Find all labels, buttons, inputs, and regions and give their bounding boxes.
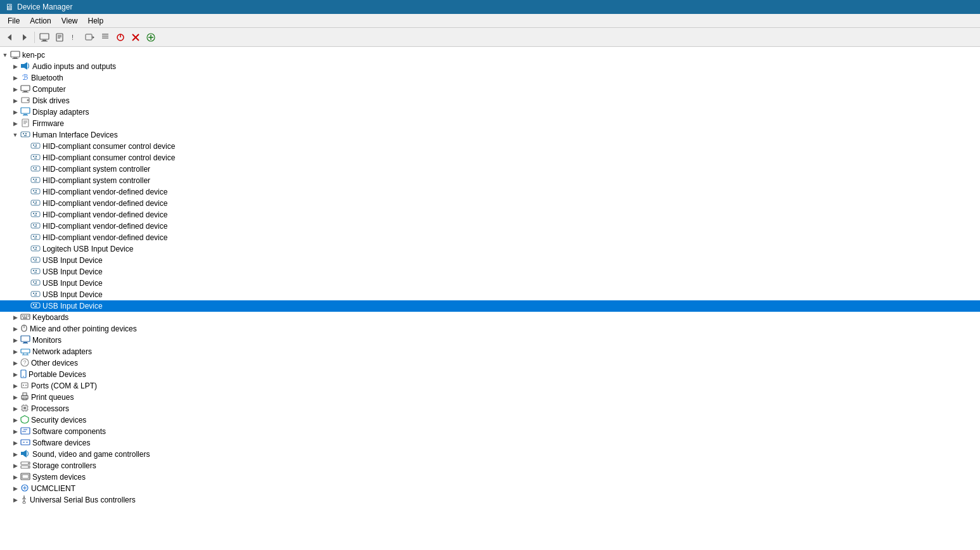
- bluetooth-expander[interactable]: ▶: [10, 73, 20, 83]
- computer-button[interactable]: [37, 30, 51, 44]
- tree-disk[interactable]: ▶ Disk drives: [0, 95, 980, 106]
- sysdevices-expander[interactable]: ▶: [10, 472, 20, 482]
- forward-button[interactable]: [18, 30, 32, 44]
- svg-rect-130: [23, 407, 26, 409]
- sound-label: Sound, video and game controllers: [32, 450, 150, 459]
- tree-softwarecomp[interactable]: ▶ Software components: [0, 426, 980, 437]
- tree-security[interactable]: ▶ Security devices: [0, 414, 980, 426]
- other-label: Other devices: [31, 359, 78, 368]
- tree-ucm[interactable]: ▶ UCMCLIENT: [0, 483, 980, 494]
- disk-expander[interactable]: ▶: [10, 96, 20, 106]
- ports-expander[interactable]: ▶: [10, 381, 20, 391]
- network-expander[interactable]: ▶: [10, 347, 20, 357]
- tree-hid[interactable]: ▼ Human Interface Devices: [0, 129, 980, 141]
- back-button[interactable]: [3, 30, 16, 44]
- hid-child-label: USB Input Device: [42, 256, 103, 265]
- computer-expander[interactable]: ▶: [10, 84, 20, 94]
- disable-button[interactable]: [129, 30, 143, 44]
- hid-child-system1[interactable]: ▶ HID-compliant system controller: [0, 163, 980, 175]
- svg-rect-113: [23, 342, 27, 343]
- tree-monitors[interactable]: ▶ Monitors: [0, 335, 980, 346]
- firmware-expander[interactable]: ▶: [10, 118, 20, 129]
- other-expander[interactable]: ▶: [10, 358, 20, 368]
- hid-child-consumer2[interactable]: ▶ HID-compliant consumer control device: [0, 152, 980, 163]
- svg-marker-146: [23, 450, 27, 457]
- keyboards-expander[interactable]: ▶: [10, 312, 20, 323]
- monitors-expander[interactable]: ▶: [10, 335, 20, 345]
- tree-display[interactable]: ▶ Display adapters: [0, 106, 980, 118]
- display-expander[interactable]: ▶: [10, 107, 20, 117]
- tree-mice[interactable]: ▶ Mice and other pointing devices: [0, 323, 980, 335]
- menu-view[interactable]: View: [56, 15, 83, 27]
- softwaredev-expander[interactable]: ▶: [10, 438, 20, 448]
- usb-label: Universal Serial Bus controllers: [30, 496, 136, 504]
- hid-child-consumer1[interactable]: ▶ HID-compliant consumer control device: [0, 141, 980, 152]
- tree-bluetooth[interactable]: ▶ ℬ Bluetooth: [0, 72, 980, 84]
- hid-child-vendor5[interactable]: ▶ HID-compliant vendor-defined device: [0, 232, 980, 243]
- hid-child-usb3[interactable]: ▶ USB Input Device: [0, 278, 980, 289]
- tree-sound[interactable]: ▶ Sound, video and game controllers: [0, 449, 980, 460]
- security-expander[interactable]: ▶: [10, 415, 20, 425]
- processors-expander[interactable]: ▶: [10, 404, 20, 414]
- tree-keyboards[interactable]: ▶ Keyboards: [0, 312, 980, 323]
- properties-button[interactable]: [53, 30, 67, 44]
- svg-text:!: !: [72, 34, 74, 41]
- tree-portable[interactable]: ▶ Portable Devices: [0, 369, 980, 380]
- hid-child-vendor1[interactable]: ▶ HID-compliant vendor-defined device: [0, 186, 980, 198]
- tree-network[interactable]: ▶ Network adapters: [0, 346, 980, 357]
- hid-child-system2[interactable]: ▶ HID-compliant system controller: [0, 175, 980, 186]
- storage-expander[interactable]: ▶: [10, 461, 20, 471]
- tree-storage[interactable]: ▶ Storage controllers: [0, 460, 980, 471]
- svg-rect-83: [34, 249, 37, 250]
- hid-child-icon: [30, 176, 41, 186]
- mice-expander[interactable]: ▶: [10, 324, 20, 334]
- svg-rect-103: [34, 306, 37, 307]
- hid-child-usb2[interactable]: ▶ USB Input Device: [0, 266, 980, 278]
- softwarecomp-expander[interactable]: ▶: [10, 426, 20, 437]
- refresh-button[interactable]: [113, 30, 127, 44]
- tree-computer[interactable]: ▶ Computer: [0, 84, 980, 95]
- tree-print[interactable]: ▶ Print queues: [0, 392, 980, 403]
- sound-expander[interactable]: ▶: [10, 449, 20, 459]
- update-button[interactable]: !: [68, 30, 82, 44]
- title-bar-label: Device Manager: [17, 3, 72, 11]
- hid-child-usb1[interactable]: ▶ USB Input Device: [0, 255, 980, 266]
- hid-child-vendor3[interactable]: ▶ HID-compliant vendor-defined device: [0, 209, 980, 221]
- tree-usb[interactable]: ▶ Universal Serial Bus controllers: [0, 494, 980, 506]
- hid-child-label: HID-compliant vendor-defined device: [42, 188, 167, 196]
- svg-marker-1: [23, 34, 27, 41]
- hid-child-vendor2[interactable]: ▶ HID-compliant vendor-defined device: [0, 198, 980, 209]
- rollback-button[interactable]: [83, 30, 97, 44]
- portable-expander[interactable]: ▶: [10, 369, 20, 380]
- hid-expander[interactable]: ▼: [10, 130, 20, 140]
- audio-expander[interactable]: ▶: [10, 61, 20, 72]
- tree-audio[interactable]: ▶ Audio inputs and outputs: [0, 61, 980, 72]
- usb-expander[interactable]: ▶: [10, 495, 20, 505]
- menu-file[interactable]: File: [3, 15, 25, 27]
- storage-icon: [20, 461, 30, 471]
- svg-rect-112: [21, 336, 30, 342]
- tree-other[interactable]: ▶ ? Other devices: [0, 357, 980, 369]
- hid-child-usb5[interactable]: ▶ USB Input Device: [0, 300, 980, 312]
- print-expander[interactable]: ▶: [10, 392, 20, 402]
- svg-point-159: [23, 501, 25, 504]
- tree-softwaredev[interactable]: ▶ Software devices: [0, 437, 980, 449]
- tree-processors[interactable]: ▶ Processors: [0, 403, 980, 414]
- ucm-expander[interactable]: ▶: [10, 483, 20, 494]
- hid-child-usb4[interactable]: ▶ USB Input Device: [0, 289, 980, 300]
- collapse-button[interactable]: [98, 30, 112, 44]
- tree-ports[interactable]: ▶ Ports (COM & LPT): [0, 380, 980, 392]
- hid-child-label: HID-compliant consumer control device: [42, 142, 175, 151]
- tree-root[interactable]: ▼ ken-pc: [0, 49, 980, 61]
- svg-rect-4: [41, 41, 48, 41]
- tree-firmware[interactable]: ▶ Firmware: [0, 118, 980, 129]
- svg-rect-63: [34, 192, 37, 193]
- hid-child-label: USB Input Device: [42, 267, 103, 276]
- menu-action[interactable]: Action: [25, 15, 56, 27]
- add-button[interactable]: [144, 30, 158, 44]
- hid-child-vendor4[interactable]: ▶ HID-compliant vendor-defined device: [0, 221, 980, 232]
- hid-child-logitech[interactable]: ▶ Logitech USB Input Device: [0, 243, 980, 255]
- menu-help[interactable]: Help: [83, 15, 109, 27]
- tree-sysdevices[interactable]: ▶ System devices: [0, 471, 980, 483]
- root-expander[interactable]: ▼: [0, 50, 10, 60]
